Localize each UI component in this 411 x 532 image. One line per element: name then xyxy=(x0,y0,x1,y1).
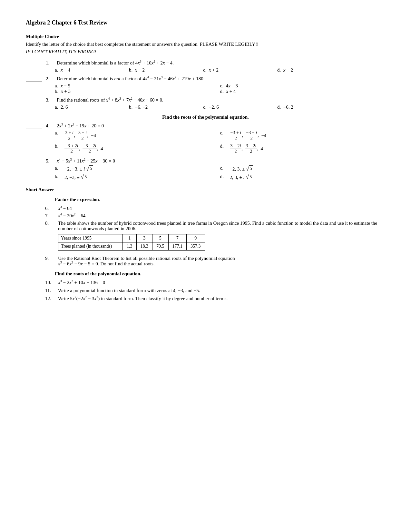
q10-num: 10. xyxy=(45,280,58,285)
q7-num: 7. xyxy=(45,213,58,219)
q2-choice-c: c. 4x + 3 xyxy=(220,83,382,89)
q1-choice-b: b. x − 2 xyxy=(129,67,200,73)
q2-choice-a: a. x − 5 xyxy=(55,83,217,89)
q6-text: x3 − 64 xyxy=(58,206,385,211)
q9-num: 9. xyxy=(45,256,58,261)
q4-choices: a. 3 + i2, 3 − i2, −4 c. −3 + i2, −3 − i… xyxy=(55,130,385,155)
table-col-1: 1 xyxy=(123,234,137,242)
q6-num: 6. xyxy=(45,206,58,211)
question-3: 3. Find the rational roots of x4 + 8x3 +… xyxy=(26,97,385,110)
question-10: 10. x3 − 2x2 + 10x + 136 = 0 xyxy=(45,280,385,285)
q2-num: 2. xyxy=(46,76,55,82)
table-col-5: 5 xyxy=(152,234,169,242)
q3-choice-b: b. −6, −2 xyxy=(129,104,200,110)
q3-text: Find the rational roots of x4 + 8x3 + 7x… xyxy=(57,97,385,103)
table-col-3: 3 xyxy=(136,234,152,242)
q11-text: Write a polynomial function in standard … xyxy=(58,288,385,293)
question-6: 6. x3 − 64 xyxy=(45,206,385,211)
q3-choices: a. 2, 6 b. −6, −2 c. −2, 6 d. −6, 2 xyxy=(55,104,385,110)
subsection-roots-2: Find the roots of the polynomial equatio… xyxy=(55,271,385,277)
cottonwood-table: Years since 1995 1 3 5 7 9 Trees planted… xyxy=(58,234,205,251)
table-header-trees: Trees planted (in thousands) xyxy=(58,242,123,251)
question-5: 5. x4 − 5x3 + 11x2 − 25x + 30 = 0 a. −2,… xyxy=(26,158,385,181)
q5-choice-b: b. 2, −3, ± √5 xyxy=(55,174,220,180)
q12-num: 12. xyxy=(45,296,58,301)
q4-choice-b: b. −3 + 2i2, −3 − 2i2, 4 xyxy=(55,143,220,155)
q1-choices: a. x − 4 b. x − 2 c. x + 2 d. x + 2 xyxy=(55,67,385,73)
table-val-3: 18.3 xyxy=(136,242,152,251)
q3-num: 3. xyxy=(46,97,55,103)
table-col-9: 9 xyxy=(187,234,205,242)
q4-choice-a: a. 3 + i2, 3 − i2, −4 xyxy=(55,130,220,142)
page-title: Algebra 2 Chapter 6 Test Review xyxy=(26,19,385,26)
q4-choice-c: c. −3 + i2, −3 − i2, −4 xyxy=(220,130,386,142)
q12-text: Write 5x2(−2x2 − 3x3) in standard form. … xyxy=(58,296,385,301)
q2-text: Determine which binomial is not a factor… xyxy=(57,76,385,82)
question-1: 1. Determine which binomial is a factor … xyxy=(26,60,385,73)
short-answer-header: Short Answer xyxy=(26,187,385,192)
q9-text: Use the Rational Root Theorem to list al… xyxy=(58,256,385,267)
q11-num: 11. xyxy=(45,288,58,293)
q5-text: x4 − 5x3 + 11x2 − 25x + 30 = 0 xyxy=(57,158,385,164)
q8-num: 8. xyxy=(45,221,58,226)
question-12: 12. Write 5x2(−2x2 − 3x3) in standard fo… xyxy=(45,296,385,301)
q8-text: The table shows the number of hybrid cot… xyxy=(58,221,385,253)
q5-choice-d: d. 2, 3, ± i √5 xyxy=(220,174,386,180)
q5-choice-c: c. −2, 3, ± √5 xyxy=(220,165,386,172)
subsection-roots: Find the roots of the polynomial equatio… xyxy=(26,114,385,120)
q5-num: 5. xyxy=(46,158,55,164)
instructions-line1: Identify the letter of the choice that b… xyxy=(26,42,259,47)
instructions-line2: IF I CAN'T READ IT, IT'S WRONG! xyxy=(26,49,96,54)
q1-num: 1. xyxy=(46,60,55,66)
q4-num: 4. xyxy=(46,123,55,129)
table-val-1: 1.3 xyxy=(123,242,137,251)
question-9: 9. Use the Rational Root Theorem to list… xyxy=(45,256,385,267)
q10-text: x3 − 2x2 + 10x + 136 = 0 xyxy=(58,280,385,285)
table-col-7: 7 xyxy=(168,234,187,242)
answer-blank-1 xyxy=(26,60,42,66)
table-header-years: Years since 1995 xyxy=(58,234,123,242)
q1-choice-a: a. x − 4 xyxy=(55,67,126,73)
q1-choice-d: d. x + 2 xyxy=(277,67,348,73)
q7-text: x4 − 20x2 + 64 xyxy=(58,213,385,219)
q2-choices: a. x − 5 c. 4x + 3 b. x + 3 d. x + 4 xyxy=(55,83,385,94)
subsection-factor: Factor the expression. xyxy=(55,197,385,202)
q1-choice-c: c. x + 2 xyxy=(203,67,274,73)
table-val-5: 70.5 xyxy=(152,242,169,251)
q5-choice-a: a. −2, −3, ± i √5 xyxy=(55,165,220,172)
table-val-9: 357.3 xyxy=(187,242,205,251)
q5-choices: a. −2, −3, ± i √5 c. −2, 3, ± √5 b. 2, −… xyxy=(55,165,385,181)
answer-blank-5 xyxy=(26,158,42,164)
answer-blank-4 xyxy=(26,123,42,129)
question-11: 11. Write a polynomial function in stand… xyxy=(45,288,385,293)
q4-text: 2x3 + 2x2 − 19x + 20 = 0 xyxy=(57,123,385,129)
q1-text: Determine which binomial is a factor of … xyxy=(57,60,385,66)
question-4: 4. 2x3 + 2x2 − 19x + 20 = 0 a. 3 + i2, 3… xyxy=(26,123,385,155)
instructions: Identify the letter of the choice that b… xyxy=(26,41,385,55)
q2-choice-d: d. x + 4 xyxy=(220,89,382,94)
q4-choice-d: d. 3 + 2i2, 3 − 2i2, 4 xyxy=(220,143,386,155)
q3-choice-d: d. −6, 2 xyxy=(277,104,348,110)
answer-blank-2 xyxy=(26,76,42,82)
question-2: 2. Determine which binomial is not a fac… xyxy=(26,76,385,94)
question-8: 8. The table shows the number of hybrid … xyxy=(45,221,385,253)
answer-blank-3 xyxy=(26,97,42,103)
q3-choice-a: a. 2, 6 xyxy=(55,104,126,110)
q3-choice-c: c. −2, 6 xyxy=(203,104,274,110)
question-7: 7. x4 − 20x2 + 64 xyxy=(45,213,385,219)
q2-choice-b: b. x + 3 xyxy=(55,89,217,94)
table-val-7: 177.1 xyxy=(168,242,187,251)
multiple-choice-header: Multiple Choice xyxy=(26,34,385,39)
